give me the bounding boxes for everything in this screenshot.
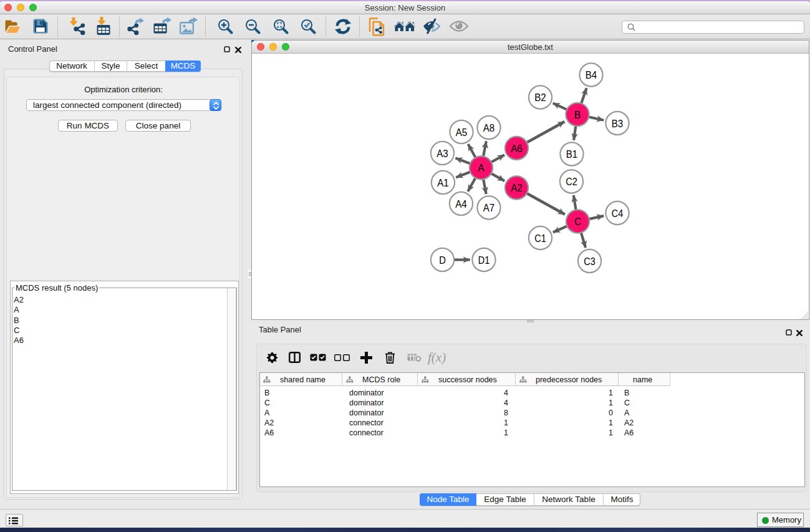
- svg-text:B2: B2: [534, 92, 546, 104]
- svg-text:D1: D1: [478, 254, 490, 266]
- svg-text:B3: B3: [612, 118, 624, 130]
- svg-text:A: A: [478, 162, 485, 174]
- svg-text:C1: C1: [534, 233, 546, 244]
- svg-text:B: B: [574, 109, 581, 121]
- svg-text:A4: A4: [455, 198, 467, 210]
- svg-text:B1: B1: [566, 148, 578, 160]
- svg-text:A7: A7: [483, 202, 495, 214]
- svg-text:C: C: [574, 216, 581, 228]
- svg-text:A3: A3: [436, 148, 448, 160]
- svg-text:A2: A2: [511, 182, 523, 194]
- svg-text:C3: C3: [584, 256, 595, 268]
- svg-text:B4: B4: [586, 69, 597, 81]
- svg-text:A8: A8: [483, 122, 495, 134]
- svg-text:A6: A6: [511, 143, 523, 155]
- svg-text:A1: A1: [437, 177, 449, 189]
- svg-text:A5: A5: [456, 127, 468, 138]
- svg-text:C4: C4: [612, 208, 624, 220]
- svg-text:D: D: [439, 254, 446, 266]
- svg-text:C2: C2: [566, 176, 577, 188]
